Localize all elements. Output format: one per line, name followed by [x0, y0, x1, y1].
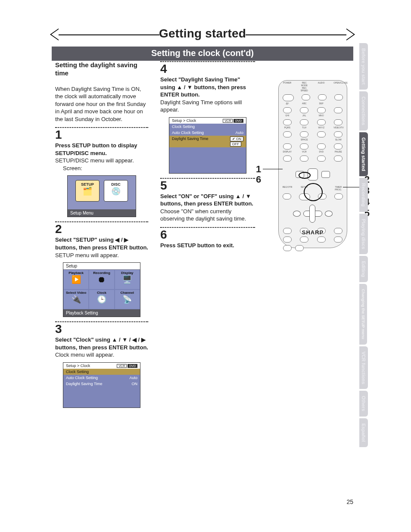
tile-disc: DISC💿	[104, 180, 128, 202]
slow-button[interactable]	[334, 143, 342, 149]
tab-before-you-start[interactable]: Before you start	[359, 43, 368, 90]
open-close-button[interactable]	[334, 94, 343, 100]
pause-button[interactable]	[334, 156, 342, 162]
tile-setup: SETUP🗂️	[75, 180, 100, 202]
step-instruction: Press SETUP button to display SETUP/DISC…	[55, 142, 148, 157]
badge-dvd: DVD	[234, 119, 243, 123]
cm-skip-button[interactable]	[295, 245, 304, 251]
page: Getting started Setting the clock (cont'…	[0, 0, 411, 532]
option-on: ON	[230, 137, 243, 141]
remote-body: POWERREC MODE REC SPEEDAUDIOOPEN/CLOSE .…	[278, 80, 347, 248]
grid-cell: Clock🕒	[89, 289, 114, 309]
tab-playing-discs[interactable]: Playing discs	[359, 214, 368, 254]
vcr-button[interactable]	[300, 156, 308, 162]
enter-side-button[interactable]	[325, 211, 333, 217]
display-button[interactable]	[283, 156, 292, 162]
skip-next-button[interactable]	[334, 236, 342, 243]
num-1-button[interactable]	[283, 107, 292, 113]
tab-vcr-functions[interactable]: VCR functions	[359, 346, 368, 389]
rec-mode-button[interactable]	[302, 94, 310, 100]
timer-prog-button[interactable]	[334, 193, 343, 199]
page-title: Getting started	[52, 27, 353, 40]
ch-down-button[interactable]	[334, 119, 342, 125]
plus10-button[interactable]	[283, 143, 292, 149]
grid-cell: Recording⏺	[89, 270, 114, 289]
step-instruction: Select "Clock" using ▲ / ▼ / ◀ / ▶ butto…	[55, 336, 148, 351]
dvd-button[interactable]	[317, 156, 326, 162]
num-3-button[interactable]	[317, 107, 326, 113]
list-row: Daylight Saving TimeON	[63, 381, 140, 387]
list-row: Daylight Saving Time ON OFF	[169, 136, 246, 147]
divider	[55, 321, 148, 322]
nav-dpad	[293, 202, 333, 225]
screen-title: Setup > Clock	[66, 364, 90, 368]
brand-logo: SHARP	[279, 229, 347, 236]
step-number: 6	[160, 229, 255, 241]
chevron-left-icon	[50, 28, 59, 40]
grid-cell: Channel📡	[115, 289, 140, 309]
step-instruction: Select "ON" or "OFF" using ▲ / ▼ buttons…	[160, 193, 255, 208]
search-mode-button[interactable]	[283, 245, 292, 251]
nav-up-down[interactable]	[309, 205, 315, 223]
tab-getting-started[interactable]: Getting started	[359, 132, 368, 176]
num-0-button[interactable]	[300, 143, 308, 149]
video-tv-button[interactable]	[334, 131, 342, 137]
audio-button[interactable]	[318, 94, 327, 100]
step-body: Clock menu will appear.	[55, 351, 148, 359]
divider	[160, 61, 255, 62]
divider	[160, 227, 255, 228]
intro-paragraph: When Daylight Saving Time is ON, the clo…	[55, 85, 148, 123]
divider	[55, 221, 148, 222]
num-9-button[interactable]	[317, 131, 326, 137]
tab-recording[interactable]: Recording	[359, 178, 368, 212]
divider	[55, 127, 148, 128]
plus-button[interactable]	[317, 143, 326, 149]
list-row: Auto Clock SettingAuto	[63, 375, 140, 381]
num-8-button[interactable]	[300, 131, 308, 137]
grid-cell: Display🖥️	[115, 270, 140, 289]
num-2-button[interactable]	[300, 107, 308, 113]
screen-dst-list: Setup > Clock VCRDVD Clock Setting Auto …	[169, 117, 246, 174]
num-6-button[interactable]	[317, 119, 326, 125]
list-row: Auto Clock SettingAuto	[169, 130, 246, 136]
num-7-button[interactable]	[283, 131, 292, 137]
ff-button[interactable]	[321, 171, 330, 178]
badge-dvd: DVD	[128, 364, 137, 368]
arrow-all-icon: ▲ / ▼ / ◀ / ▶	[112, 336, 146, 343]
skip-prev-button[interactable]	[317, 236, 326, 243]
rec-otr-button[interactable]	[283, 193, 291, 199]
step-instruction: Select "Daylight Saving Time" using ▲ / …	[160, 76, 255, 99]
grid-cell: Select Video🔌	[63, 289, 89, 309]
badge-vcr: VCR	[223, 119, 233, 123]
column-1: Setting the daylight saving time When Da…	[55, 61, 148, 408]
tab-editing[interactable]: Editing	[359, 256, 368, 282]
screen-caption: Playback Setting	[63, 309, 140, 317]
arrow-up-down-icon: ▲ / ▼	[177, 84, 193, 90]
power-button[interactable]	[283, 94, 294, 101]
rec-monitor-button[interactable]	[293, 211, 301, 217]
divider	[160, 178, 255, 179]
ch-up-button[interactable]	[334, 107, 342, 113]
highlight-setup-icon	[299, 172, 311, 179]
clear-reset-button[interactable]	[283, 236, 292, 243]
tab-connections[interactable]: Connections	[359, 91, 368, 131]
page-number: 25	[346, 498, 353, 505]
tab-setup-menu[interactable]: Changing the SETUP menu	[359, 284, 367, 344]
callout-left-1: 1	[256, 164, 261, 175]
list-row: Clock Setting	[63, 369, 140, 375]
tab-espanol[interactable]: Español	[359, 418, 368, 447]
step-body: Daylight Saving Time options will appear…	[160, 99, 255, 114]
zoom-button[interactable]	[300, 236, 308, 243]
option-off: OFF	[230, 142, 241, 146]
screen-title: Setup	[63, 263, 140, 270]
header: Getting started	[52, 27, 353, 42]
screen-clock-list: Setup > Clock VCRDVD Clock Setting Auto …	[63, 362, 140, 408]
num-4-button[interactable]	[283, 119, 292, 125]
num-5-button[interactable]	[300, 119, 308, 125]
step-instruction: Press SETUP button to exit.	[160, 242, 255, 249]
screen-setup-disc: SETUP🗂️ DISC💿 Setup Menu	[67, 175, 136, 217]
side-tabs: Before you start Connections Getting sta…	[359, 43, 371, 449]
section-heading: Setting the daylight saving time	[55, 61, 148, 78]
step-number: 5	[160, 180, 255, 192]
tab-others[interactable]: Others	[359, 391, 368, 416]
